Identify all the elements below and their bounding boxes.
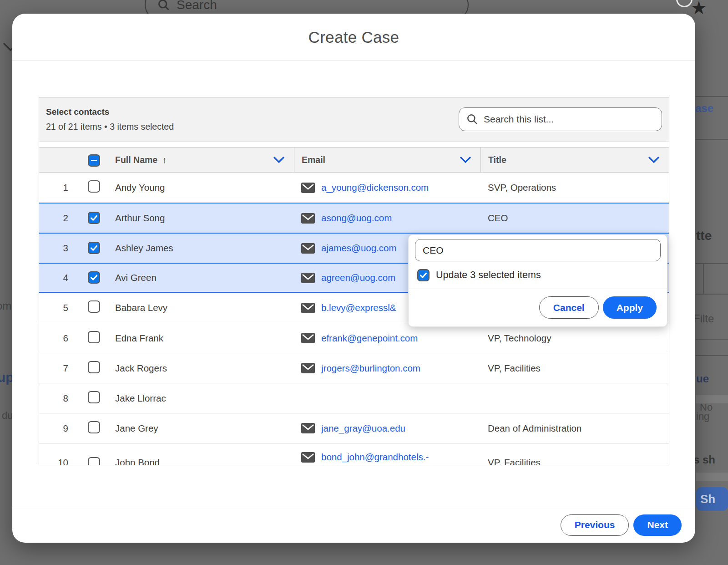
- column-header-email[interactable]: Email: [294, 147, 480, 173]
- title-header-label: Title: [488, 155, 506, 165]
- list-search-input[interactable]: [484, 114, 662, 125]
- email-icon: [301, 333, 315, 343]
- column-header-title[interactable]: Title: [480, 147, 669, 173]
- contact-email[interactable]: ajames@uog.com: [321, 243, 397, 254]
- row-checkbox[interactable]: [88, 421, 100, 433]
- sort-ascending-icon: ↑: [162, 155, 167, 165]
- bg-text-om: om: [0, 300, 11, 312]
- title-edit-input[interactable]: [415, 239, 661, 261]
- update-selected-row[interactable]: Update 3 selected items: [417, 269, 661, 281]
- row-checkbox[interactable]: [88, 361, 100, 373]
- row-checkbox[interactable]: [88, 271, 100, 284]
- contact-title: VP, Facilities: [488, 457, 541, 465]
- bg-text-ssh: s sh: [693, 453, 715, 466]
- contact-name: John Bond: [115, 457, 160, 465]
- contact-name: Avi Green: [115, 272, 157, 283]
- bg-text-ue: ue: [696, 372, 709, 385]
- table-row[interactable]: 1 Andy Young a_young@dickenson.com SVP, …: [39, 173, 669, 203]
- contact-name: Arthur Song: [115, 213, 165, 224]
- email-column-menu-chevron[interactable]: [460, 156, 471, 163]
- contact-email[interactable]: b.levy@expressl&: [321, 302, 396, 313]
- bg-line: [696, 96, 728, 97]
- contact-email[interactable]: bond_john@grandhotels.-: [321, 452, 429, 463]
- create-case-modal: Create Case Select contacts 21 of 21 ite…: [12, 14, 695, 543]
- fullname-header-label: Full Name: [115, 155, 157, 165]
- table-row[interactable]: 8 Jake Llorrac: [39, 383, 669, 413]
- contact-name: Ashley James: [115, 243, 173, 254]
- row-number: 6: [39, 333, 75, 344]
- bg-line: [696, 355, 728, 356]
- row-number: 8: [39, 393, 75, 404]
- select-all-checkbox[interactable]: [88, 154, 100, 167]
- email-icon: [301, 423, 315, 433]
- table-row[interactable]: 6 Edna Frank efrank@genepoint.com VP, Te…: [39, 323, 669, 353]
- modal-title: Create Case: [308, 28, 399, 46]
- title-column-menu-chevron[interactable]: [648, 156, 660, 163]
- update-selected-label: Update 3 selected items: [436, 270, 541, 281]
- table-row[interactable]: 9 Jane Grey jane_gray@uoa.edu Dean of Ad…: [39, 413, 669, 443]
- row-checkbox[interactable]: [88, 331, 100, 343]
- contact-name: Babara Levy: [115, 302, 167, 313]
- contact-email[interactable]: a_young@dickenson.com: [321, 182, 429, 193]
- cancel-button[interactable]: Cancel: [539, 296, 599, 319]
- contact-title: VP, Facilities: [488, 363, 541, 374]
- modal-header: Create Case: [12, 14, 695, 61]
- bg-text-filte: Filte: [693, 312, 714, 325]
- table-row[interactable]: 2 Arthur Song asong@uog.com CEO: [39, 203, 669, 233]
- panel-gap: [39, 142, 669, 147]
- next-button[interactable]: Next: [633, 514, 682, 536]
- email-header-label: Email: [302, 155, 325, 165]
- table-row[interactable]: 10 John Bond bond_john@grandhotels.- VP,…: [39, 443, 669, 465]
- bg-text-case: ase: [695, 102, 713, 115]
- row-number: 5: [39, 302, 75, 313]
- previous-button[interactable]: Previous: [561, 514, 629, 536]
- items-summary: 21 of 21 items • 3 items selected: [46, 122, 174, 132]
- email-icon: [301, 183, 315, 193]
- bg-share-button: Sh: [696, 487, 728, 511]
- row-checkbox[interactable]: [88, 180, 100, 193]
- email-icon: [301, 243, 315, 254]
- bg-strip: [696, 473, 728, 481]
- row-checkbox[interactable]: [88, 300, 100, 313]
- column-header-fullname[interactable]: Full Name ↑: [115, 155, 294, 165]
- table-header-row: Full Name ↑ Email Title: [39, 147, 669, 173]
- apply-button[interactable]: Apply: [603, 296, 657, 319]
- bg-text-du: du: [2, 410, 13, 422]
- row-checkbox[interactable]: [88, 212, 100, 224]
- contact-name: Jack Rogers: [115, 363, 167, 374]
- modal-footer: Previous Next: [12, 507, 695, 543]
- bg-line: [696, 263, 728, 264]
- bg-line: [703, 263, 704, 294]
- contact-name: Jane Grey: [115, 423, 158, 434]
- contact-name: Andy Young: [115, 182, 165, 193]
- search-icon: [466, 113, 478, 125]
- chevron-down-icon: [460, 156, 471, 163]
- search-icon: [157, 0, 170, 11]
- bg-text-ing: ing: [696, 411, 709, 422]
- row-checkbox[interactable]: [88, 242, 100, 254]
- contact-email[interactable]: efrank@genepoint.com: [321, 333, 418, 344]
- panel-header: Select contacts 21 of 21 items • 3 items…: [39, 97, 669, 142]
- row-number: 4: [39, 272, 75, 283]
- contact-email[interactable]: agreen@uog.com: [321, 272, 395, 283]
- row-checkbox[interactable]: [88, 391, 100, 403]
- update-selected-checkbox[interactable]: [417, 269, 430, 281]
- bg-strip: [696, 395, 728, 403]
- contact-email[interactable]: jrogers@burlington.com: [321, 363, 420, 374]
- panel-title: Select contacts: [46, 107, 174, 117]
- contact-email[interactable]: asong@uog.com: [321, 213, 392, 224]
- bg-text-tte: tte: [696, 229, 712, 243]
- list-search[interactable]: [459, 107, 662, 131]
- contact-title: Dean of Administration: [488, 423, 581, 434]
- contact-email[interactable]: jane_gray@uoa.edu: [321, 423, 405, 434]
- contact-title: VP, Technology: [488, 333, 551, 344]
- fullname-column-menu-chevron[interactable]: [273, 156, 285, 163]
- row-number: 2: [39, 213, 75, 224]
- email-icon: [301, 363, 315, 373]
- row-checkbox[interactable]: [88, 457, 100, 465]
- popover-divider: [409, 289, 667, 289]
- email-icon: [301, 213, 315, 224]
- row-number: 7: [39, 363, 75, 374]
- bg-line: [696, 339, 728, 340]
- table-row[interactable]: 7 Jack Rogers jrogers@burlington.com VP,…: [39, 353, 669, 383]
